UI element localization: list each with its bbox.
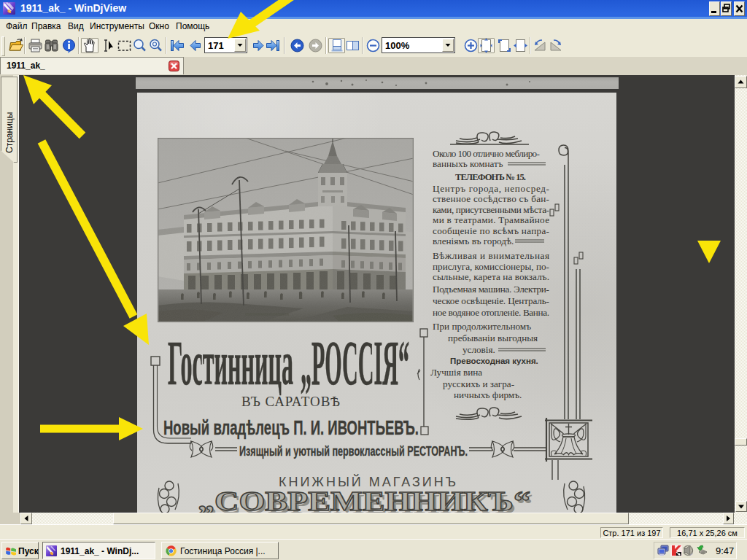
svg-text:Новый владѣлецъ П. И. ИВОНТЬЕВ: Новый владѣлецъ П. И. ИВОНТЬЕВЪ.	[163, 416, 419, 439]
svg-text:„РОССІЯ“: „РОССІЯ“	[301, 327, 409, 398]
svg-text:„СОВРЕМЕННИКЪ“: „СОВРЕМЕННИКЪ“	[198, 486, 530, 513]
svg-text:ВЪ САРАТОВѢ: ВЪ САРАТОВѢ	[241, 394, 340, 409]
svg-text:Гостинница: Гостинница	[168, 327, 293, 398]
svg-text:Изящный и уютный первоклассный: Изящный и уютный первоклассный РЕСТОРАНЪ…	[239, 444, 468, 459]
